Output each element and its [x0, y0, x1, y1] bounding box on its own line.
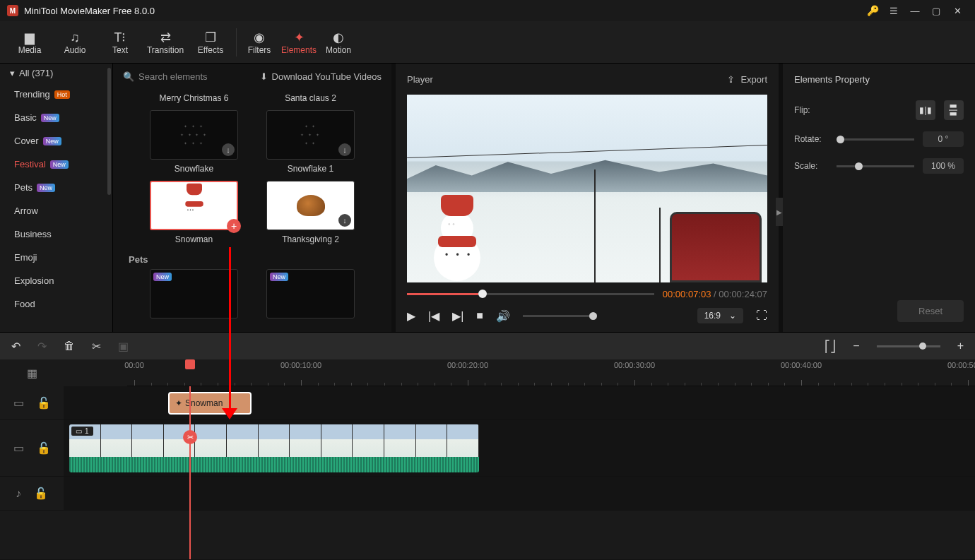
timeline: ↶ ↷ 🗑 ✂ ▣ ⎡⎦ − + ▦ 00:0000:00:10:0000:00…	[0, 332, 975, 559]
flip-horizontal-button[interactable]: ▮|▮	[916, 100, 935, 120]
download-icon[interactable]: ↓	[222, 143, 235, 156]
split-button[interactable]: ✂	[92, 340, 101, 353]
ribbon-media[interactable]: ▆Media	[7, 30, 52, 55]
music-icon: ♫	[52, 30, 98, 45]
close-button[interactable]: ✕	[947, 0, 968, 21]
timeline-clip-snowman[interactable]: ✦ Snowman	[168, 392, 252, 415]
fit-timeline-button[interactable]: ⎡⎦	[825, 340, 836, 353]
aspect-ratio-select[interactable]: 16:9⌄	[697, 308, 743, 323]
element-snowman[interactable]: • • • + Snowman	[150, 181, 238, 251]
category-sidebar: ▾All (371) TrendingHotBasicNewCoverNewFe…	[0, 64, 113, 332]
motion-icon: ◐	[319, 30, 358, 45]
redo-button[interactable]: ↷	[37, 340, 47, 353]
element-thanksgiving-2[interactable]: ↓ Thanksgiving 2	[266, 181, 355, 251]
rotate-slider[interactable]	[837, 138, 914, 141]
license-key-icon[interactable]: 🔑	[862, 0, 883, 21]
minimize-button[interactable]: —	[904, 0, 926, 21]
sidebar-item-arrow[interactable]: Arrow	[0, 199, 112, 222]
rotate-value[interactable]: 0 °	[923, 131, 964, 147]
caret-down-icon: ▾	[10, 68, 15, 78]
download-icon[interactable]: ↓	[338, 143, 351, 156]
player-label: Player	[407, 74, 433, 85]
element-snowflake-1[interactable]: ✦ ✦✦ ✦ ✦ ✦ ✦↓ Snowflake 1	[266, 110, 355, 181]
sidebar-all[interactable]: ▾All (371)	[0, 64, 112, 83]
add-track-button[interactable]: ▦	[27, 367, 37, 380]
download-icon: ⬇	[260, 71, 268, 82]
add-element-button[interactable]: +	[227, 219, 241, 233]
reset-button[interactable]: Reset	[897, 300, 964, 322]
lock-icon[interactable]: 🔓	[34, 487, 48, 500]
element-santa-claus-2[interactable]: Santa claus 2	[266, 89, 355, 110]
effects-icon: ❐	[188, 30, 233, 45]
element-icon: ✦	[175, 398, 182, 408]
collapse-panel-button[interactable]: ▶	[776, 198, 783, 226]
chevron-down-icon: ⌄	[729, 311, 736, 321]
window-title: MiniTool MovieMaker Free 8.0.0	[24, 6, 155, 16]
lock-icon[interactable]: 🔓	[37, 441, 51, 455]
prev-frame-button[interactable]: |◀	[428, 309, 439, 323]
delete-button[interactable]: 🗑	[64, 340, 75, 352]
properties-title: Elements Property	[783, 64, 975, 95]
export-button[interactable]: ⇪ Export	[727, 74, 767, 85]
sidebar-item-festival[interactable]: FestivalNew	[0, 153, 112, 176]
player-panel: Player ⇪ Export • • • • •	[396, 64, 779, 332]
ribbon-transition[interactable]: ⇄Transition	[143, 30, 188, 55]
sidebar-scrollbar[interactable]	[107, 68, 111, 195]
element-pet-1[interactable]: New	[150, 269, 238, 318]
volume-icon[interactable]: 🔊	[496, 309, 510, 323]
maximize-button[interactable]: ▢	[926, 0, 947, 21]
annotation-arrow	[229, 247, 231, 414]
ribbon-motion[interactable]: ◐Motion	[319, 30, 358, 55]
play-button[interactable]: ▶	[407, 309, 415, 323]
flip-vertical-button[interactable]: ▮|▮	[944, 100, 964, 120]
fullscreen-button[interactable]: ⛶	[756, 309, 767, 322]
sidebar-item-business[interactable]: Business	[0, 222, 112, 246]
timeline-ruler[interactable]: 00:0000:00:10:0000:00:20:0000:00:30:0000…	[127, 359, 975, 386]
scale-value[interactable]: 100 %	[923, 158, 964, 174]
sidebar-item-trending[interactable]: TrendingHot	[0, 83, 112, 106]
elements-browser: 🔍 Search elements ⬇ Download YouTube Vid…	[113, 64, 391, 332]
preview-canvas[interactable]: • • • • •	[407, 95, 767, 282]
element-merry-christmas-6[interactable]: Merry Christmas 6	[150, 89, 238, 110]
filters-icon: ◉	[240, 30, 279, 45]
ribbon-filters[interactable]: ◉Filters	[240, 30, 279, 55]
ribbon-elements[interactable]: ✦Elements	[279, 30, 319, 55]
zoom-out-button[interactable]: −	[853, 340, 859, 352]
download-icon[interactable]: ↓	[338, 214, 351, 227]
annotation-arrow-head	[222, 408, 237, 419]
ribbon-text[interactable]: T⁝Text	[98, 30, 143, 55]
zoom-in-button[interactable]: +	[957, 340, 964, 352]
ribbon-effects[interactable]: ❐Effects	[188, 30, 233, 55]
undo-button[interactable]: ↶	[11, 340, 20, 353]
properties-panel: ▶ Elements Property Flip: ▮|▮ ▮|▮ Rotate…	[783, 64, 975, 332]
sidebar-item-food[interactable]: Food	[0, 292, 112, 316]
element-pet-2[interactable]: New	[266, 269, 355, 318]
sidebar-item-explosion[interactable]: Explosion	[0, 269, 112, 292]
element-snowflake[interactable]: ✦ ✦ ✦ ✦ ✦ ✦ ✦✦ ✦ ✦↓ Snowflake	[150, 110, 238, 181]
sidebar-item-cover[interactable]: CoverNew	[0, 129, 112, 153]
sidebar-item-pets[interactable]: PetsNew	[0, 176, 112, 199]
category-pets-header: Pets	[129, 254, 377, 265]
crop-button[interactable]: ▣	[118, 340, 129, 353]
transition-icon: ⇄	[143, 30, 188, 45]
sidebar-item-basic[interactable]: BasicNew	[0, 106, 112, 129]
sidebar-item-emoji[interactable]: Emoji	[0, 246, 112, 269]
timeline-clip-video[interactable]: ▭1	[69, 424, 479, 472]
seek-bar[interactable]	[407, 287, 654, 301]
scale-slider[interactable]	[837, 165, 914, 167]
hamburger-menu-icon[interactable]: ☰	[883, 0, 904, 21]
next-frame-button[interactable]: ▶|	[452, 309, 463, 323]
download-youtube-link[interactable]: ⬇ Download YouTube Videos	[260, 71, 382, 82]
video-track-icon: ▭	[13, 441, 24, 455]
volume-slider[interactable]	[523, 315, 597, 317]
ribbon-audio[interactable]: ♫Audio	[52, 30, 98, 55]
film-icon: ▭	[76, 427, 82, 435]
audio-track-icon: ♪	[16, 487, 21, 500]
export-icon: ⇪	[727, 74, 735, 85]
zoom-slider[interactable]	[877, 345, 940, 347]
time-display: 00:00:07:03 / 00:00:24:07	[663, 289, 767, 299]
stop-button[interactable]: ■	[476, 309, 483, 322]
lock-icon[interactable]: 🔓	[37, 396, 51, 410]
text-icon: T⁝	[98, 30, 143, 45]
search-elements[interactable]: 🔍 Search elements	[123, 71, 260, 82]
